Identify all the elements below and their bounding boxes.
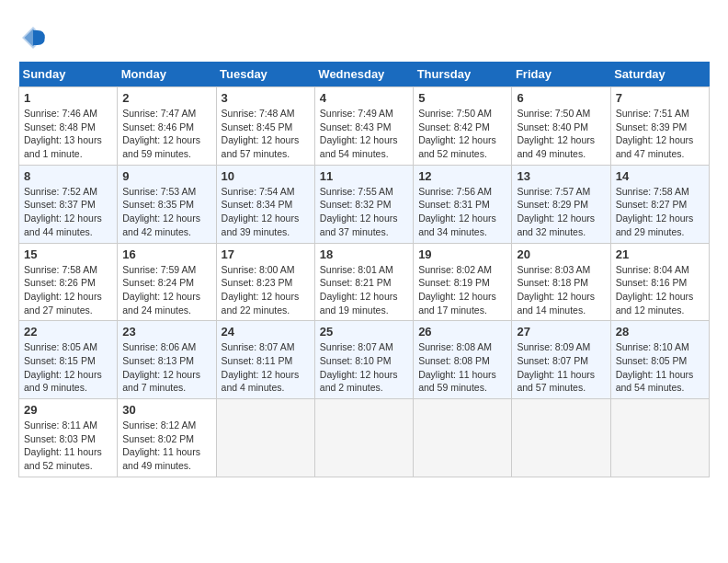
weekday-header-wednesday: Wednesday — [314, 62, 413, 87]
table-row: 27Sunrise: 8:09 AMSunset: 8:07 PMDayligh… — [512, 321, 610, 399]
table-row: 8Sunrise: 7:52 AMSunset: 8:37 PMDaylight… — [19, 165, 118, 243]
table-row: 10Sunrise: 7:54 AMSunset: 8:34 PMDayligh… — [216, 165, 314, 243]
table-row: 16Sunrise: 7:59 AMSunset: 8:24 PMDayligh… — [118, 243, 216, 321]
table-row: 22Sunrise: 8:05 AMSunset: 8:15 PMDayligh… — [19, 321, 118, 399]
calendar-week-4: 22Sunrise: 8:05 AMSunset: 8:15 PMDayligh… — [19, 321, 710, 399]
table-row: 21Sunrise: 8:04 AMSunset: 8:16 PMDayligh… — [610, 243, 709, 321]
table-row: 2Sunrise: 7:47 AMSunset: 8:46 PMDaylight… — [118, 87, 216, 166]
table-row: 5Sunrise: 7:50 AMSunset: 8:42 PMDaylight… — [414, 87, 512, 166]
table-row: 25Sunrise: 8:07 AMSunset: 8:10 PMDayligh… — [314, 321, 413, 399]
table-row — [610, 399, 709, 477]
table-row: 23Sunrise: 8:06 AMSunset: 8:13 PMDayligh… — [118, 321, 216, 399]
table-row: 20Sunrise: 8:03 AMSunset: 8:18 PMDayligh… — [512, 243, 610, 321]
table-row: 7Sunrise: 7:51 AMSunset: 8:39 PMDaylight… — [610, 87, 709, 166]
table-row: 18Sunrise: 8:01 AMSunset: 8:21 PMDayligh… — [314, 243, 413, 321]
table-row: 14Sunrise: 7:58 AMSunset: 8:27 PMDayligh… — [610, 165, 709, 243]
table-row — [216, 399, 314, 477]
table-row: 6Sunrise: 7:50 AMSunset: 8:40 PMDaylight… — [512, 87, 610, 166]
calendar-table: SundayMondayTuesdayWednesdayThursdayFrid… — [18, 62, 710, 477]
table-row — [512, 399, 610, 477]
table-row: 11Sunrise: 7:55 AMSunset: 8:32 PMDayligh… — [314, 165, 413, 243]
table-row: 24Sunrise: 8:07 AMSunset: 8:11 PMDayligh… — [216, 321, 314, 399]
calendar-week-3: 15Sunrise: 7:58 AMSunset: 8:26 PMDayligh… — [19, 243, 710, 321]
calendar-week-1: 1Sunrise: 7:46 AMSunset: 8:48 PMDaylight… — [19, 87, 710, 166]
weekday-header-monday: Monday — [118, 62, 216, 87]
calendar-week-5: 29Sunrise: 8:11 AMSunset: 8:03 PMDayligh… — [19, 399, 710, 477]
weekday-header-sunday: Sunday — [19, 62, 118, 87]
table-row: 3Sunrise: 7:48 AMSunset: 8:45 PMDaylight… — [216, 87, 314, 166]
table-row: 1Sunrise: 7:46 AMSunset: 8:48 PMDaylight… — [19, 87, 118, 166]
table-row — [414, 399, 512, 477]
logo — [18, 23, 51, 52]
table-row: 13Sunrise: 7:57 AMSunset: 8:29 PMDayligh… — [512, 165, 610, 243]
table-row: 26Sunrise: 8:08 AMSunset: 8:08 PMDayligh… — [414, 321, 512, 399]
table-row: 4Sunrise: 7:49 AMSunset: 8:43 PMDaylight… — [314, 87, 413, 166]
logo-icon — [18, 23, 48, 52]
calendar-week-2: 8Sunrise: 7:52 AMSunset: 8:37 PMDaylight… — [19, 165, 710, 243]
table-row: 17Sunrise: 8:00 AMSunset: 8:23 PMDayligh… — [216, 243, 314, 321]
weekday-header-friday: Friday — [512, 62, 610, 87]
table-row: 28Sunrise: 8:10 AMSunset: 8:05 PMDayligh… — [610, 321, 709, 399]
table-row: 19Sunrise: 8:02 AMSunset: 8:19 PMDayligh… — [414, 243, 512, 321]
table-row: 15Sunrise: 7:58 AMSunset: 8:26 PMDayligh… — [19, 243, 118, 321]
weekday-header-thursday: Thursday — [414, 62, 512, 87]
page-header — [18, 18, 710, 52]
weekday-header-saturday: Saturday — [610, 62, 709, 87]
weekday-header-tuesday: Tuesday — [216, 62, 314, 87]
table-row — [314, 399, 413, 477]
table-row: 30Sunrise: 8:12 AMSunset: 8:02 PMDayligh… — [118, 399, 216, 477]
table-row: 29Sunrise: 8:11 AMSunset: 8:03 PMDayligh… — [19, 399, 118, 477]
weekday-header-row: SundayMondayTuesdayWednesdayThursdayFrid… — [19, 62, 710, 87]
table-row: 12Sunrise: 7:56 AMSunset: 8:31 PMDayligh… — [414, 165, 512, 243]
table-row: 9Sunrise: 7:53 AMSunset: 8:35 PMDaylight… — [118, 165, 216, 243]
